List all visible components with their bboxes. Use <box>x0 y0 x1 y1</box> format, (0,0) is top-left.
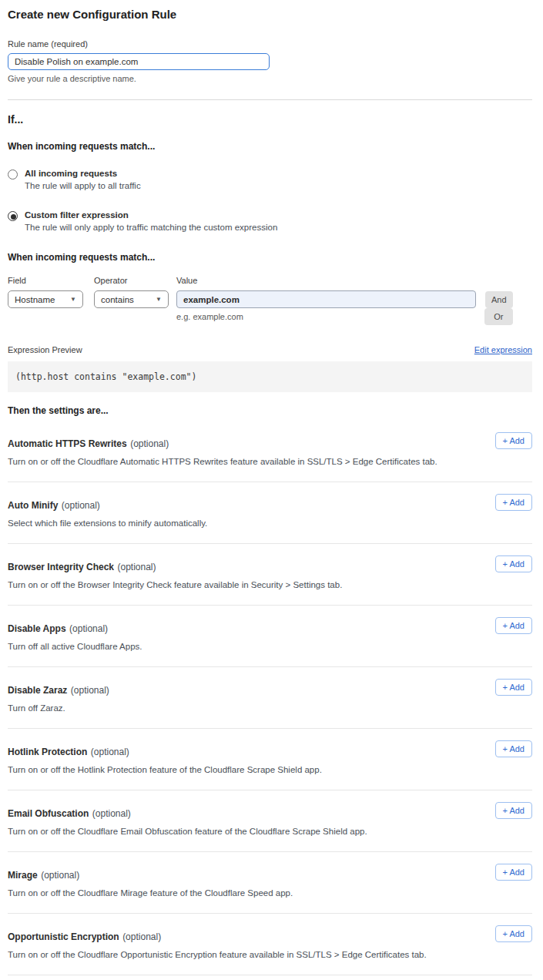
expression-preview-label: Expression Preview <box>8 345 82 354</box>
field-select-value: Hostname <box>15 295 55 304</box>
create-configuration-rule-page: Create new Configuration Rule Rule name … <box>0 0 543 980</box>
add-auto-minify-button[interactable]: + Add <box>495 494 532 511</box>
value-helper: e.g. example.com <box>176 312 476 321</box>
setting-title: Mirage <box>8 870 38 881</box>
setting-title: Auto Minify <box>8 500 58 511</box>
add-opportunistic-encryption-button[interactable]: + Add <box>495 925 532 942</box>
expression-preview-header: Expression Preview Edit expression <box>8 345 532 354</box>
operator-label: Operator <box>94 276 169 285</box>
setting-description: Turn on or off the Cloudflare Mirage fea… <box>8 888 462 898</box>
chevron-down-icon: ▼ <box>70 296 76 303</box>
setting-title: Disable Apps <box>8 623 66 634</box>
radio-selected-icon[interactable] <box>8 211 18 221</box>
add-browser-integrity-check-button[interactable]: + Add <box>495 555 532 572</box>
setting-optional-label: (optional) <box>91 747 129 757</box>
add-mirage-button[interactable]: + Add <box>495 864 532 881</box>
setting-title: Browser Integrity Check <box>8 562 114 572</box>
setting-optional-label: (optional) <box>122 931 161 942</box>
setting-row-auto-minify: Auto Minify (optional) Select which file… <box>8 482 532 544</box>
if-heading: If... <box>8 113 532 126</box>
setting-optional-label: (optional) <box>130 438 169 449</box>
add-disable-zaraz-button[interactable]: + Add <box>495 679 532 696</box>
setting-description: Turn on or off the Cloudflare Automatic … <box>8 457 462 466</box>
setting-row-automatic-https-rewrites: Automatic HTTPS Rewrites (optional) Turn… <box>8 421 532 482</box>
radio-all-incoming-label: All incoming requests <box>25 169 141 178</box>
setting-title: Opportunistic Encryption <box>8 931 119 942</box>
setting-description: Turn on or off the Hotlink Protection fe… <box>8 765 462 774</box>
radio-custom-filter-expression[interactable]: Custom filter expression The rule will o… <box>8 210 532 232</box>
operator-select-value: contains <box>101 295 134 304</box>
expression-preview-code: (http.host contains "example.com") <box>8 361 532 392</box>
setting-description: Turn off Zaraz. <box>8 703 462 713</box>
add-automatic-https-rewrites-button[interactable]: + Add <box>495 432 532 449</box>
expression-builder: Field Hostname ▼ Operator contains ▼ Val… <box>8 276 532 325</box>
rule-name-label: Rule name (required) <box>8 39 532 49</box>
setting-optional-label: (optional) <box>69 623 108 634</box>
setting-optional-label: (optional) <box>71 685 109 696</box>
setting-row-email-obfuscation: Email Obfuscation (optional) Turn on or … <box>8 790 532 852</box>
add-email-obfuscation-button[interactable]: + Add <box>495 802 532 819</box>
setting-description: Turn on or off the Browser Integrity Che… <box>8 580 462 589</box>
setting-title: Automatic HTTPS Rewrites <box>8 438 127 449</box>
radio-custom-filter-label: Custom filter expression <box>25 210 277 220</box>
setting-row-disable-zaraz: Disable Zaraz (optional) Turn off Zaraz.… <box>8 667 532 729</box>
setting-row-disable-apps: Disable Apps (optional) Turn off all act… <box>8 606 532 667</box>
rule-name-helper: Give your rule a descriptive name. <box>8 74 532 83</box>
match-type-radio-group: All incoming requests The rule will appl… <box>8 169 532 232</box>
radio-custom-filter-desc: The rule will only apply to traffic matc… <box>25 223 277 232</box>
radio-unselected-icon[interactable] <box>8 169 18 180</box>
page-title: Create new Configuration Rule <box>8 8 532 21</box>
rule-name-input[interactable] <box>8 53 270 70</box>
field-select[interactable]: Hostname ▼ <box>8 290 83 308</box>
setting-title: Hotlink Protection <box>8 747 87 757</box>
incoming-requests-match-label: When incoming requests match... <box>8 141 532 152</box>
setting-optional-label: (optional) <box>41 870 79 881</box>
value-input[interactable] <box>176 290 476 308</box>
setting-description: Select which file extensions to minify a… <box>8 519 462 528</box>
setting-description: Turn on or off the Cloudflare Email Obfu… <box>8 827 462 836</box>
add-disable-apps-button[interactable]: + Add <box>495 617 532 634</box>
operator-select[interactable]: contains ▼ <box>94 290 169 308</box>
edit-expression-link[interactable]: Edit expression <box>474 345 532 354</box>
setting-row-mirage: Mirage (optional) Turn on or off the Clo… <box>8 852 532 914</box>
setting-optional-label: (optional) <box>62 500 100 511</box>
add-hotlink-protection-button[interactable]: + Add <box>495 740 532 757</box>
then-settings-heading: Then the settings are... <box>8 405 532 416</box>
setting-row-browser-integrity-check: Browser Integrity Check (optional) Turn … <box>8 544 532 606</box>
radio-all-incoming-desc: The rule will apply to all traffic <box>25 181 141 190</box>
rule-name-group: Rule name (required) Give your rule a de… <box>8 39 532 83</box>
value-label: Value <box>176 276 476 285</box>
setting-optional-label: (optional) <box>92 808 131 819</box>
setting-row-opportunistic-encryption: Opportunistic Encryption (optional) Turn… <box>8 914 532 975</box>
chevron-down-icon: ▼ <box>156 296 162 303</box>
field-label: Field <box>8 276 83 285</box>
and-button[interactable]: And <box>485 291 513 308</box>
setting-title: Email Obfuscation <box>8 808 89 819</box>
or-button[interactable]: Or <box>484 308 513 325</box>
expression-builder-label: When incoming requests match... <box>8 252 532 263</box>
divider <box>8 99 532 100</box>
setting-title: Disable Zaraz <box>8 685 67 696</box>
radio-all-incoming-requests[interactable]: All incoming requests The rule will appl… <box>8 169 532 190</box>
setting-row-polish-expanded: Polish (optional) Change the settings of… <box>8 975 532 980</box>
setting-description: Turn on or off the Cloudflare Opportunis… <box>8 950 462 959</box>
setting-optional-label: (optional) <box>118 562 156 572</box>
setting-description: Turn off all active Cloudflare Apps. <box>8 642 462 651</box>
settings-list: Automatic HTTPS Rewrites (optional) Turn… <box>8 421 532 980</box>
setting-row-hotlink-protection: Hotlink Protection (optional) Turn on or… <box>8 729 532 790</box>
